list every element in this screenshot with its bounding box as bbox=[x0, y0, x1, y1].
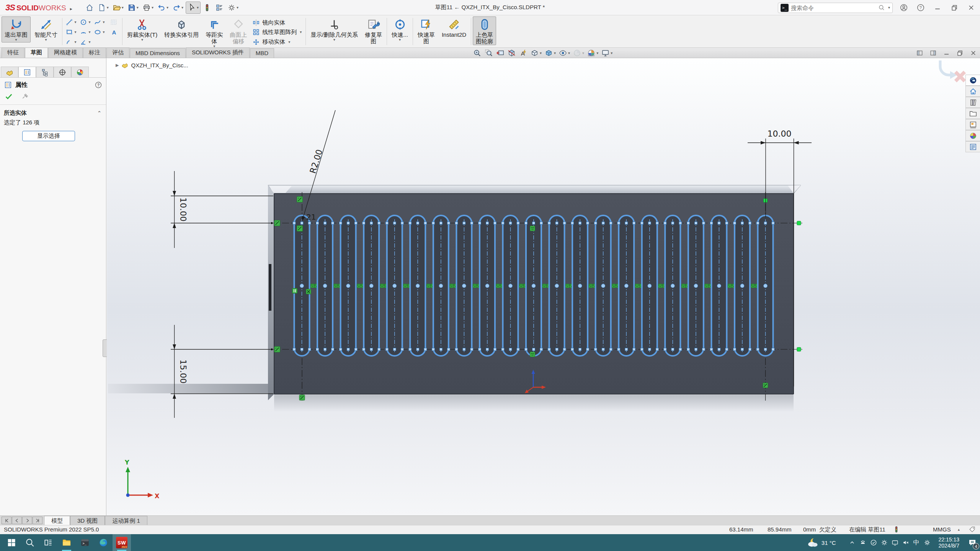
start-button[interactable] bbox=[2, 534, 21, 551]
display-delete-relations-button[interactable]: 显示/删除几何关系▾ bbox=[307, 16, 361, 42]
sketch-point-marker[interactable] bbox=[664, 348, 666, 351]
print-button[interactable]: ▾ bbox=[141, 2, 155, 14]
sketch-point-marker[interactable] bbox=[385, 222, 388, 225]
tray-app-icon[interactable] bbox=[858, 534, 868, 551]
sketch-point-marker[interactable] bbox=[532, 348, 535, 351]
sketch-point-marker[interactable] bbox=[370, 348, 373, 351]
slot-midpoint[interactable] bbox=[740, 284, 744, 288]
sketch-point-marker[interactable] bbox=[548, 222, 550, 225]
sketch-text-button[interactable]: A bbox=[106, 27, 121, 37]
sketch-point-marker[interactable] bbox=[532, 222, 535, 225]
sketch-point-marker[interactable] bbox=[756, 348, 759, 351]
repair-sketch-button[interactable]: 修复草 图 bbox=[362, 16, 385, 45]
sketch-relation-icon[interactable] bbox=[297, 226, 303, 231]
sketch-point-marker[interactable] bbox=[640, 222, 643, 225]
sketch-point-marker[interactable] bbox=[463, 222, 466, 225]
sketch-point-marker[interactable] bbox=[702, 222, 705, 225]
slot-21[interactable] bbox=[756, 215, 774, 356]
dropdown-caret-icon[interactable]: ▾ bbox=[45, 38, 47, 42]
sketch-relation-icon[interactable] bbox=[612, 284, 616, 288]
rapid-sketch-button[interactable]: 快速草 图 bbox=[415, 16, 438, 45]
slot-midpoint[interactable] bbox=[393, 284, 397, 288]
tray-settings-icon[interactable] bbox=[922, 534, 933, 551]
sketch-relation-icon[interactable] bbox=[797, 221, 801, 225]
sketch-point-marker[interactable] bbox=[586, 222, 589, 225]
sketch-point-marker[interactable] bbox=[764, 348, 767, 351]
previous-view-button[interactable] bbox=[495, 49, 505, 57]
document-close-button[interactable] bbox=[969, 49, 978, 57]
selected-entities-section[interactable]: 所选实体 ⌃ bbox=[0, 105, 106, 118]
dock-pane-right-button[interactable] bbox=[929, 49, 938, 57]
apply-scene-button[interactable]: ▾ bbox=[586, 49, 599, 57]
terminal-button[interactable]: >_ bbox=[76, 534, 94, 551]
tray-security-icon[interactable] bbox=[868, 534, 879, 551]
sketch-point-marker[interactable] bbox=[648, 348, 651, 351]
sketch-point-marker[interactable] bbox=[733, 348, 736, 351]
sketch-point-marker[interactable] bbox=[308, 348, 311, 351]
sketch-point-marker[interactable] bbox=[439, 348, 442, 351]
taskpane-home-tab[interactable] bbox=[965, 86, 980, 97]
sketch-relation-icon[interactable] bbox=[728, 284, 732, 288]
sketch-point-marker[interactable] bbox=[324, 348, 327, 351]
sketch-point-marker[interactable] bbox=[509, 222, 512, 225]
sketch-point-marker[interactable] bbox=[316, 348, 319, 351]
section-view-button[interactable] bbox=[506, 49, 517, 57]
line-endpoint[interactable] bbox=[271, 222, 273, 224]
sketch-point-marker[interactable] bbox=[332, 222, 334, 225]
sketch-point-marker[interactable] bbox=[493, 222, 496, 225]
minimize-button[interactable] bbox=[932, 2, 943, 13]
redo-button[interactable]: ▾ bbox=[171, 2, 185, 14]
slot-midpoint[interactable] bbox=[624, 284, 628, 288]
sketch-point-marker[interactable] bbox=[525, 222, 528, 225]
document-restore-button[interactable] bbox=[956, 49, 964, 57]
sketch-point-marker[interactable] bbox=[293, 348, 296, 351]
sketch-relation-icon[interactable] bbox=[473, 284, 477, 288]
sketch-point-marker[interactable] bbox=[625, 348, 628, 351]
sketch-point-marker[interactable] bbox=[347, 348, 350, 351]
slot-midpoint[interactable] bbox=[648, 284, 652, 288]
view-settings-button[interactable]: ▾ bbox=[600, 49, 613, 57]
featuremanager-tab[interactable] bbox=[1, 67, 18, 77]
sketch-point-marker[interactable] bbox=[718, 222, 720, 225]
exit-sketch-button[interactable]: 退出草图▾ bbox=[2, 16, 31, 42]
sketch-point-marker[interactable] bbox=[363, 348, 365, 351]
tray-expand-button[interactable] bbox=[847, 534, 858, 551]
taskbar-search-button[interactable] bbox=[21, 534, 39, 551]
tab-特征[interactable]: 特征 bbox=[2, 47, 24, 58]
sketch-relation-icon[interactable] bbox=[681, 284, 685, 288]
tab-标注[interactable]: 标注 bbox=[83, 47, 106, 58]
dropdown-caret-icon[interactable]: ▾ bbox=[15, 38, 17, 42]
sketch-point-marker[interactable] bbox=[501, 348, 504, 351]
dropdown-caret-icon[interactable]: ▾ bbox=[74, 20, 76, 24]
sketch-point-marker[interactable] bbox=[401, 222, 403, 225]
sketch-relation-icon[interactable] bbox=[589, 284, 593, 288]
spline-tool-button[interactable]: ▾ bbox=[92, 17, 106, 27]
sketch-point-marker[interactable] bbox=[664, 222, 666, 225]
slot-midpoint[interactable] bbox=[485, 284, 489, 288]
sketch-point-marker[interactable] bbox=[424, 222, 427, 225]
sketch-relation-icon[interactable] bbox=[297, 197, 303, 202]
sketch-point-marker[interactable] bbox=[648, 222, 651, 225]
sketch-point-marker[interactable] bbox=[470, 348, 473, 351]
dimension-left-bottom[interactable]: 15.00 bbox=[178, 360, 188, 384]
sketch-relation-icon[interactable] bbox=[299, 395, 305, 400]
sketch-point-marker[interactable] bbox=[594, 348, 597, 351]
propertymanager-tab[interactable] bbox=[18, 67, 36, 77]
dropdown-caret-icon[interactable]: ▾ bbox=[88, 20, 90, 24]
sketch-point-marker[interactable] bbox=[694, 348, 697, 351]
sketch-point-marker[interactable] bbox=[316, 222, 319, 225]
dropdown-caret-icon[interactable]: ▾ bbox=[540, 51, 542, 55]
slot-midpoint[interactable] bbox=[300, 284, 304, 288]
taskpane-view-palette-tab[interactable] bbox=[965, 119, 980, 130]
tab-SOLIDWORKS 插件[interactable]: SOLIDWORKS 插件 bbox=[186, 47, 250, 58]
sketch-point-marker[interactable] bbox=[447, 222, 450, 225]
sketch-point-marker[interactable] bbox=[671, 222, 674, 225]
sketch-relation-icon[interactable] bbox=[635, 284, 639, 288]
sketch-point-marker[interactable] bbox=[517, 348, 519, 351]
slot-midpoint[interactable] bbox=[323, 284, 327, 288]
compare-button[interactable] bbox=[214, 2, 225, 14]
command-search-box[interactable]: >_ ▾ bbox=[778, 3, 893, 13]
taskpane-file-explorer-tab[interactable] bbox=[965, 108, 980, 119]
sketch-point-marker[interactable] bbox=[301, 348, 303, 351]
dimension-radius[interactable]: R2.00 bbox=[308, 148, 324, 174]
